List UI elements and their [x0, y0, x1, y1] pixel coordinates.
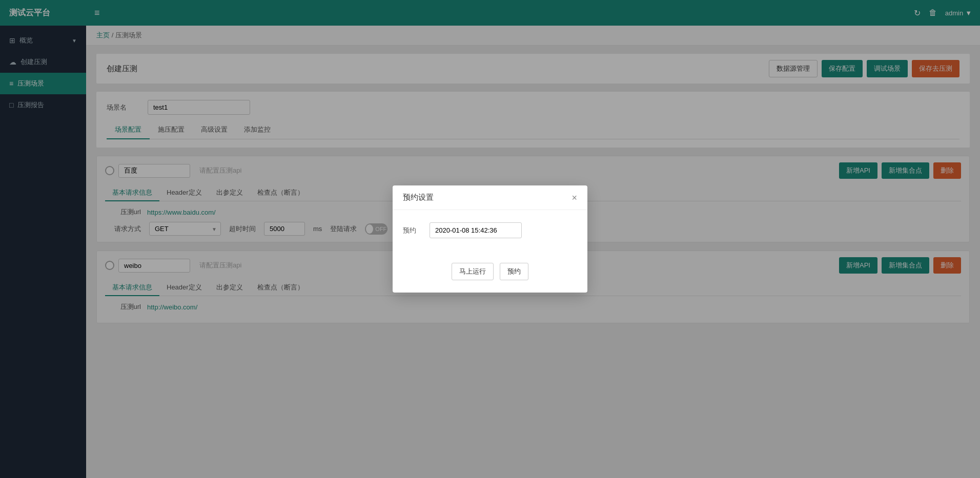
modal-title: 预约设置: [403, 193, 434, 202]
run-now-btn[interactable]: 马上运行: [452, 263, 494, 280]
modal-close-btn[interactable]: ×: [571, 193, 577, 202]
modal-datetime-input[interactable]: [430, 222, 522, 238]
modal-header: 预约设置 ×: [393, 185, 587, 210]
modal-footer: 马上运行 预约: [393, 259, 587, 293]
reserve-btn[interactable]: 预约: [500, 263, 528, 280]
modal-datetime-row: 预约: [403, 222, 577, 238]
modal-body: 预约: [393, 210, 587, 259]
reservation-modal: 预约设置 × 预约 马上运行 预约: [393, 185, 587, 293]
modal-reserve-label: 预约: [403, 226, 423, 235]
modal-overlay[interactable]: 预约设置 × 预约 马上运行 预约: [0, 0, 980, 478]
